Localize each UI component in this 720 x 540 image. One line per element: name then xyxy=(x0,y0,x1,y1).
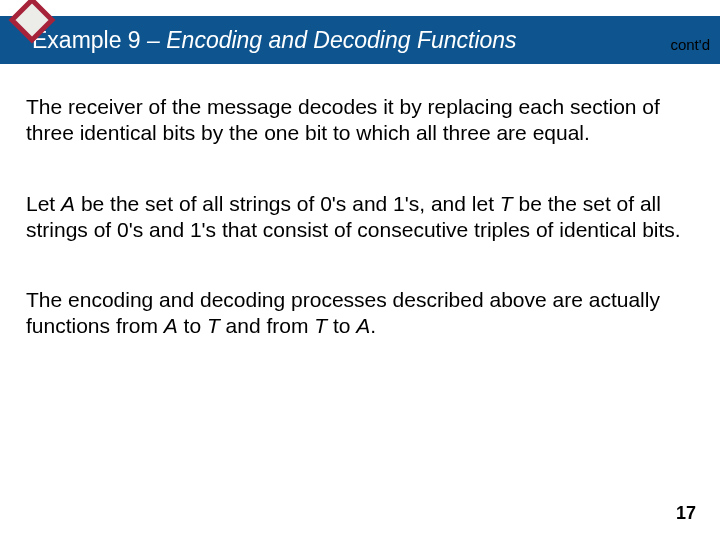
p3-b: to xyxy=(178,314,207,337)
svg-marker-0 xyxy=(12,0,52,40)
p2-T: T xyxy=(500,192,513,215)
p3-d: to xyxy=(327,314,356,337)
title-topic: Encoding and Decoding Functions xyxy=(166,27,516,53)
page-number: 17 xyxy=(676,503,696,524)
p2-a: Let xyxy=(26,192,61,215)
slide: Example 9 – Encoding and Decoding Functi… xyxy=(0,0,720,540)
p2-b: be the set of all strings of 0's and 1's… xyxy=(75,192,500,215)
paragraph-2: Let A be the set of all strings of 0's a… xyxy=(26,191,694,244)
p3-T1: T xyxy=(207,314,220,337)
p3-e: . xyxy=(370,314,376,337)
title-bar: Example 9 – Encoding and Decoding Functi… xyxy=(0,16,720,64)
p3-A1: A xyxy=(164,314,178,337)
paragraph-1: The receiver of the message decodes it b… xyxy=(26,94,694,147)
body-area: The receiver of the message decodes it b… xyxy=(26,94,694,384)
title-dash: – xyxy=(141,27,167,53)
p3-A2: A xyxy=(356,314,370,337)
paragraph-1-text: The receiver of the message decodes it b… xyxy=(26,95,660,144)
diamond-icon xyxy=(8,0,56,44)
contd-label: cont'd xyxy=(670,36,710,53)
p3-T2: T xyxy=(314,314,327,337)
p2-A: A xyxy=(61,192,75,215)
paragraph-3: The encoding and decoding processes desc… xyxy=(26,287,694,340)
slide-title: Example 9 – Encoding and Decoding Functi… xyxy=(32,27,517,54)
p3-c: and from xyxy=(220,314,315,337)
